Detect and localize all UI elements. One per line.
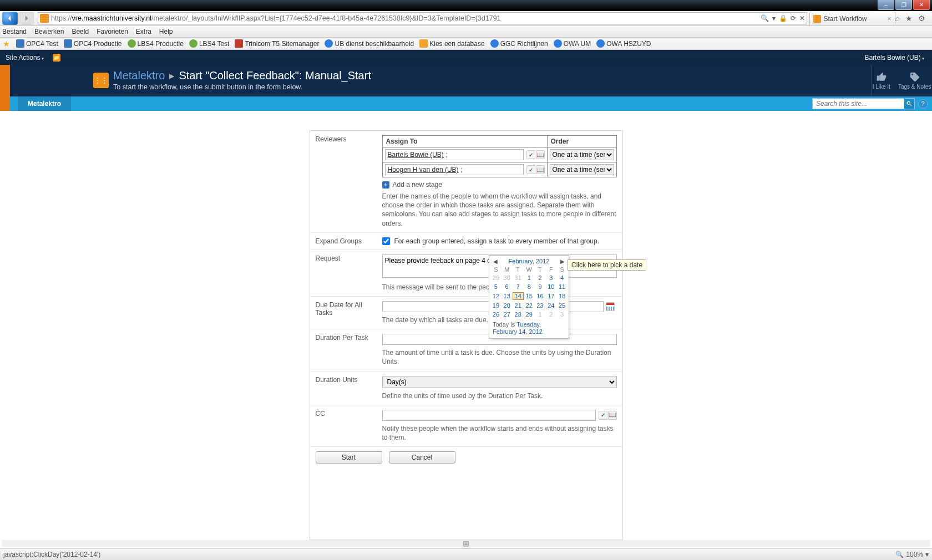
- fav-link-ub-dienst-beschikbaarheid[interactable]: UB dienst beschikbaarheid: [325, 39, 414, 48]
- cal-day[interactable]: 29: [524, 310, 535, 319]
- date-picker-button[interactable]: [606, 302, 615, 311]
- duration-units-select[interactable]: Day(s): [382, 376, 617, 388]
- cal-day[interactable]: 19: [490, 301, 502, 310]
- window-minimize-button[interactable]: –: [878, 0, 894, 10]
- cal-day[interactable]: 10: [545, 282, 556, 291]
- browser-tab[interactable]: ⋮⋮ Start Workflow ×: [809, 12, 895, 25]
- cal-day[interactable]: 21: [513, 301, 524, 310]
- tools-button[interactable]: ⚙: [918, 14, 925, 23]
- site-search-button[interactable]: [904, 99, 914, 109]
- cal-day[interactable]: 6: [502, 282, 513, 291]
- user-menu[interactable]: Bartels Bowie (UB): [864, 54, 924, 62]
- navigate-up-button[interactable]: 📁: [53, 54, 60, 62]
- cal-day[interactable]: 13: [502, 291, 513, 301]
- favorites-button[interactable]: ★: [905, 14, 913, 23]
- refresh-button[interactable]: ⟳: [791, 14, 796, 22]
- home-button[interactable]: ⌂: [895, 14, 900, 23]
- cal-day[interactable]: 18: [556, 291, 568, 301]
- window-titlebar: – ❐ ✕: [0, 0, 932, 11]
- cal-day[interactable]: 12: [490, 291, 502, 301]
- cc-people-input[interactable]: [382, 410, 596, 421]
- menu-extra[interactable]: Extra: [136, 28, 151, 35]
- cal-day[interactable]: 20: [502, 301, 513, 310]
- forward-button[interactable]: [18, 12, 34, 25]
- cancel-button[interactable]: Cancel: [389, 451, 455, 464]
- menu-beeld[interactable]: Beeld: [72, 28, 89, 35]
- tags-notes-button[interactable]: Tags & Notes: [898, 72, 931, 90]
- menu-favorieten[interactable]: Favorieten: [97, 28, 128, 35]
- dpt-help: The amount of time until a task is due. …: [382, 348, 617, 366]
- site-actions-menu[interactable]: Site Actions: [0, 54, 49, 62]
- add-stage-link[interactable]: + Add a new stage: [382, 181, 617, 189]
- fav-link-lbs4-productie[interactable]: LBS4 Productie: [128, 39, 184, 48]
- cal-day[interactable]: 26: [490, 310, 502, 319]
- cal-day[interactable]: 25: [556, 301, 568, 310]
- people-picker-input[interactable]: Hoogen H van den (UB) ;: [385, 164, 524, 175]
- zoom-dropdown[interactable]: ▾: [925, 551, 929, 558]
- address-bar[interactable]: ⋮⋮ https://vre.maastrichtuniversity.nl/m…: [38, 12, 807, 24]
- fav-link-opc4-productie[interactable]: OPC4 Productie: [64, 39, 122, 48]
- fav-link-ggc-richtlijnen[interactable]: GGC Richtlijnen: [490, 39, 548, 48]
- order-select[interactable]: One at a time (serial): [550, 164, 614, 175]
- browse-people-button[interactable]: [536, 150, 545, 159]
- cal-day[interactable]: 16: [535, 291, 546, 301]
- window-close-button[interactable]: ✕: [913, 0, 930, 10]
- cal-day[interactable]: 14: [513, 291, 524, 301]
- menu-help[interactable]: Help: [159, 28, 173, 35]
- stop-button[interactable]: ✕: [799, 14, 805, 22]
- fav-link-kies-een-database[interactable]: Kies een database: [419, 39, 484, 48]
- ie-icon: [554, 39, 562, 48]
- fav-link-trinicom-t5-sitemanager[interactable]: Trinicom T5 Sitemanager: [235, 39, 319, 48]
- browse-people-button[interactable]: [608, 411, 617, 420]
- check-names-button[interactable]: [526, 165, 535, 174]
- menu-bestand[interactable]: Bestand: [2, 28, 27, 35]
- cal-day[interactable]: 8: [524, 282, 535, 291]
- tab-close-button[interactable]: ×: [888, 15, 892, 23]
- browser-menubar: BestandBewerkenBeeldFavorietenExtraHelp: [0, 26, 932, 38]
- cal-dow: T: [535, 266, 546, 273]
- topnav-tab-metalektro[interactable]: Metalektro: [18, 96, 71, 111]
- cal-day[interactable]: 2: [535, 273, 546, 282]
- search-dropdown-icon[interactable]: 🔍: [761, 14, 769, 22]
- fav-link-lbs4-test[interactable]: LBS4 Test: [189, 39, 229, 48]
- back-button[interactable]: [2, 12, 18, 25]
- cal-day[interactable]: 3: [545, 273, 556, 282]
- fav-link-owa-um[interactable]: OWA UM: [554, 39, 591, 48]
- breadcrumb-root-link[interactable]: Metalektro: [113, 69, 165, 82]
- cal-day[interactable]: 15: [524, 291, 535, 301]
- cal-day[interactable]: 27: [502, 310, 513, 319]
- menu-bewerken[interactable]: Bewerken: [34, 28, 64, 35]
- cal-day[interactable]: 7: [513, 282, 524, 291]
- cal-day: 2: [545, 310, 556, 319]
- cal-day[interactable]: 23: [535, 301, 546, 310]
- cal-day[interactable]: 11: [556, 282, 568, 291]
- cal-day[interactable]: 17: [545, 291, 556, 301]
- cal-next-button[interactable]: ▶: [559, 258, 566, 264]
- check-names-button[interactable]: [599, 411, 607, 420]
- content-area: Reviewers Assign To Order Bartels Bowie …: [0, 119, 932, 540]
- i-like-it-button[interactable]: I Like It: [873, 72, 890, 90]
- cal-day[interactable]: 22: [524, 301, 535, 310]
- check-names-button[interactable]: [526, 150, 535, 159]
- help-button[interactable]: ?: [918, 99, 928, 109]
- cal-day[interactable]: 4: [556, 273, 568, 282]
- cal-day[interactable]: 28: [513, 310, 524, 319]
- fav-link-owa-hszuyd[interactable]: OWA HSZUYD: [596, 39, 651, 48]
- page-header: ⋮⋮ Metalektro ▶ Start "Collect Feedback"…: [0, 65, 932, 96]
- people-picker-input[interactable]: Bartels Bowie (UB) ;: [385, 149, 524, 160]
- order-select[interactable]: One at a time (serial): [550, 149, 614, 160]
- fav-star-button[interactable]: ★: [2, 39, 11, 48]
- fav-link-opc4-test[interactable]: OPC4 Test: [16, 39, 58, 48]
- cal-day[interactable]: 1: [524, 273, 535, 282]
- horizontal-scrollbar[interactable]: ≡: [2, 540, 930, 547]
- cal-day[interactable]: 9: [535, 282, 546, 291]
- browse-people-button[interactable]: [536, 165, 545, 174]
- scroll-thumb[interactable]: ≡: [463, 541, 469, 547]
- cal-prev-button[interactable]: ◀: [492, 258, 499, 264]
- start-button[interactable]: Start: [316, 451, 382, 464]
- site-search-input[interactable]: [813, 100, 904, 108]
- expand-groups-checkbox[interactable]: [382, 237, 390, 245]
- cal-day[interactable]: 5: [490, 282, 502, 291]
- window-maximize-button[interactable]: ❐: [895, 0, 912, 10]
- cal-day[interactable]: 24: [545, 301, 556, 310]
